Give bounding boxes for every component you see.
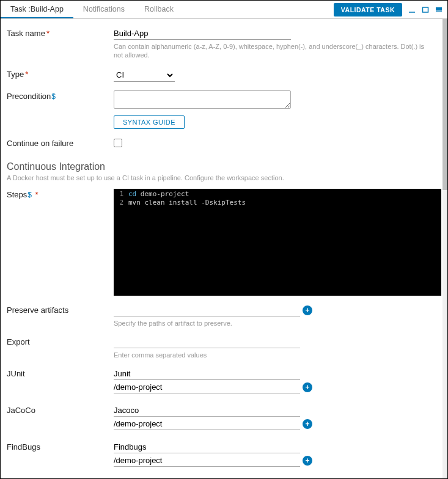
export-input[interactable] xyxy=(114,336,300,348)
task-name-input[interactable] xyxy=(114,27,291,40)
label-continue-on-failure: Continue on failure xyxy=(7,137,114,148)
minimize-icon[interactable] xyxy=(408,6,416,13)
row-precondition: Precondition$ SYNTAX GUIDE xyxy=(7,90,441,129)
export-hint: Enter comma separated values xyxy=(114,351,431,359)
scrollbar-thumb[interactable] xyxy=(442,19,447,190)
label-jacoco: JaCoCo xyxy=(7,404,114,415)
ci-section-desc: A Docker host must be set up to use a CI… xyxy=(7,174,441,181)
continue-on-failure-checkbox[interactable] xyxy=(114,139,122,147)
label-steps: Steps$ * xyxy=(7,189,114,199)
label-task-name: Task name* xyxy=(7,27,114,38)
tab-strip: Task :Build-App Notifications Rollback xyxy=(1,1,183,18)
preserve-hint: Specify the paths of artifact to preserv… xyxy=(114,319,431,327)
label-checkstyle: Checkstyle xyxy=(7,478,114,478)
row-task-name: Task name* Can contain alphanumeric (a-z… xyxy=(7,27,441,60)
junit-add-button[interactable]: + xyxy=(303,382,312,392)
label-findbugs: FindBugs xyxy=(7,441,114,452)
row-checkstyle: Checkstyle xyxy=(7,478,441,478)
precondition-input[interactable] xyxy=(114,90,291,109)
tab-rollback[interactable]: Rollback xyxy=(134,1,183,18)
label-type: Type* xyxy=(7,68,114,79)
junit-name-input[interactable] xyxy=(114,368,300,380)
label-export: Export xyxy=(7,336,114,346)
row-steps: Steps$ * 1cd demo-project 2mvn clean ins… xyxy=(7,189,441,296)
task-name-hint: Can contain alphanumeric (a-z, A-Z, 0-9)… xyxy=(114,42,431,60)
row-preserve-artifacts: Preserve artifacts + Specify the paths o… xyxy=(7,304,441,327)
row-continue-on-failure: Continue on failure xyxy=(7,137,441,149)
svg-rect-1 xyxy=(423,7,428,12)
row-junit: JUnit + xyxy=(7,368,441,393)
preserve-artifacts-input[interactable] xyxy=(114,304,300,316)
findbugs-name-input[interactable] xyxy=(114,441,300,453)
validate-task-button[interactable]: VALIDATE TASK xyxy=(334,3,402,16)
checkstyle-name-input[interactable] xyxy=(114,478,300,478)
jacoco-name-input[interactable] xyxy=(114,404,300,417)
row-type: Type* CI xyxy=(7,68,441,82)
svg-rect-3 xyxy=(436,10,442,12)
add-artifact-button[interactable]: + xyxy=(303,305,312,315)
tab-task[interactable]: Task :Build-App xyxy=(1,1,73,18)
tab-notifications[interactable]: Notifications xyxy=(73,1,134,18)
type-select[interactable]: CI xyxy=(114,68,175,82)
row-export: Export Enter comma separated values xyxy=(7,336,441,359)
jacoco-add-button[interactable]: + xyxy=(303,419,312,429)
header-actions: VALIDATE TASK xyxy=(334,3,442,16)
findbugs-path-input[interactable] xyxy=(114,455,300,467)
vertical-scrollbar[interactable] xyxy=(442,19,447,478)
row-jacoco: JaCoCo + xyxy=(7,404,441,430)
label-junit: JUnit xyxy=(7,368,114,378)
form-content: Task name* Can contain alphanumeric (a-z… xyxy=(1,19,447,478)
jacoco-path-input[interactable] xyxy=(114,418,300,430)
maximize-icon[interactable] xyxy=(422,6,429,13)
dock-icon[interactable] xyxy=(435,6,442,13)
header-bar: Task :Build-App Notifications Rollback V… xyxy=(1,1,447,19)
ci-section-title: Continuous Integration xyxy=(7,161,441,172)
label-preserve-artifacts: Preserve artifacts xyxy=(7,304,114,315)
label-precondition: Precondition$ xyxy=(7,90,114,101)
row-findbugs: FindBugs + xyxy=(7,441,441,467)
junit-path-input[interactable] xyxy=(114,381,300,393)
steps-code-editor[interactable]: 1cd demo-project 2mvn clean install -Dsk… xyxy=(114,189,441,296)
findbugs-add-button[interactable]: + xyxy=(303,456,312,466)
syntax-guide-button[interactable]: SYNTAX GUIDE xyxy=(114,115,185,129)
